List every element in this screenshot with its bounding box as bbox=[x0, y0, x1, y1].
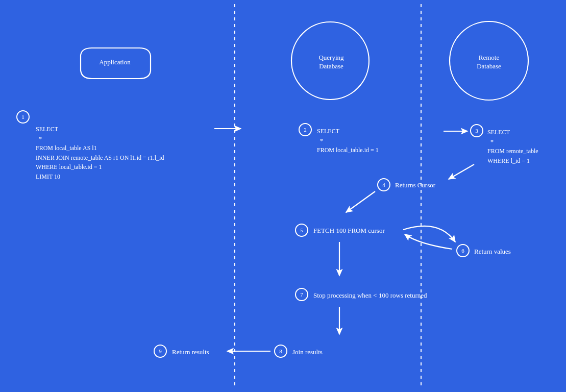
step-5-label: FETCH 100 FROM cursor bbox=[313, 226, 385, 235]
svg-text:4: 4 bbox=[382, 182, 385, 188]
step-6-badge: 6 bbox=[457, 244, 469, 257]
step-9-label: Return results bbox=[172, 348, 209, 357]
step-2-code: SELECT * FROM local_table.id = 1 bbox=[317, 127, 379, 155]
step-9-badge: 9 bbox=[154, 345, 166, 357]
step-1-badge: 1 bbox=[17, 111, 29, 123]
svg-text:1: 1 bbox=[21, 114, 24, 120]
step-5-badge: 5 bbox=[296, 224, 308, 236]
svg-text:3: 3 bbox=[475, 128, 478, 134]
svg-text:6: 6 bbox=[461, 248, 464, 254]
step-4-label: Returns Cursor bbox=[395, 181, 435, 190]
svg-text:8: 8 bbox=[279, 348, 282, 354]
arrow-3-to-4 bbox=[449, 164, 474, 179]
step-2-badge: 2 bbox=[299, 124, 311, 136]
step-1-code: SELECT * FROM local_table AS l1 INNER JO… bbox=[36, 125, 164, 182]
svg-text:9: 9 bbox=[159, 348, 162, 354]
step-8-badge: 8 bbox=[275, 345, 287, 357]
querying-db-label: Querying Database bbox=[312, 54, 350, 71]
step-7-label: Stop processing when < 100 rows returned bbox=[313, 291, 427, 300]
step-7-badge: 7 bbox=[296, 288, 308, 301]
step-3-badge: 3 bbox=[471, 125, 483, 137]
step-3-code: SELECT * FROM remote_table WHERE l_id = … bbox=[487, 128, 538, 165]
svg-text:5: 5 bbox=[300, 227, 303, 233]
arrow-6-back-to-5 bbox=[405, 234, 452, 249]
arrow-5-to-6 bbox=[403, 226, 455, 242]
step-6-label: Return values bbox=[474, 247, 511, 256]
application-label: Application bbox=[97, 58, 133, 67]
remote-db-label: Remote Database bbox=[470, 54, 508, 71]
svg-text:2: 2 bbox=[304, 127, 307, 133]
step-4-badge: 4 bbox=[378, 179, 390, 191]
svg-text:7: 7 bbox=[300, 291, 303, 298]
arrow-4-to-5 bbox=[346, 191, 375, 212]
step-8-label: Join results bbox=[292, 348, 323, 357]
